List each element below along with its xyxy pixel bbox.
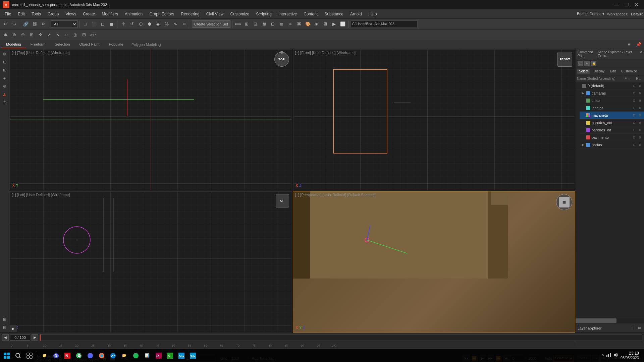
- viewport-perspective[interactable]: [+] [Perspective] [User Defined] [Defaul…: [293, 191, 576, 333]
- layer-hide-chao[interactable]: ⊠: [638, 98, 643, 103]
- sidebar-btn-1[interactable]: ⊕: [1, 50, 8, 58]
- menu-scripting[interactable]: Scripting: [253, 10, 275, 18]
- menu-interactive[interactable]: Interactive: [275, 10, 300, 18]
- taskbar-volume-icon[interactable]: [613, 352, 619, 359]
- show-desktop-button[interactable]: [641, 350, 643, 361]
- scale2-button[interactable]: ⬢: [145, 20, 153, 28]
- sub-btn-3[interactable]: ⊕: [19, 31, 27, 39]
- sub-btn-10[interactable]: ⊞: [80, 31, 88, 39]
- taskbar-discord[interactable]: D: [51, 350, 61, 361]
- menu-group[interactable]: Group: [44, 10, 62, 18]
- close-button[interactable]: ✕: [632, 0, 641, 9]
- menu-file[interactable]: File: [1, 10, 14, 18]
- taskbar-discord2[interactable]: [85, 350, 96, 361]
- layer-explorer-btn2[interactable]: ⊞: [637, 325, 642, 331]
- snap3d-button[interactable]: ⌗: [180, 20, 188, 28]
- layer-row-macaneta[interactable]: macaneta ⊡ ⊠: [580, 112, 644, 119]
- task-view-button[interactable]: [24, 350, 35, 361]
- align-button[interactable]: ⊞: [243, 20, 251, 28]
- align2-button[interactable]: ⊟: [252, 20, 260, 28]
- timeline-next-button[interactable]: ▶: [32, 334, 38, 341]
- create-selection-set-button[interactable]: Create Selection Set: [192, 20, 230, 28]
- layer-freeze-portas[interactable]: ⊡: [632, 142, 637, 147]
- taskbar-whatsapp[interactable]: 💬: [73, 350, 84, 361]
- rotate-button[interactable]: ↺: [128, 20, 136, 28]
- taskbar-firefox[interactable]: [96, 350, 107, 361]
- layer-row-camaras[interactable]: ▶ camaras ⊡ ⊠: [580, 89, 644, 97]
- sub-btn-xy[interactable]: XY✕: [89, 31, 99, 39]
- layer-freeze-paredes-ext[interactable]: ⊡: [632, 120, 637, 125]
- menu-tools[interactable]: Tools: [28, 10, 44, 18]
- menu-animation[interactable]: Animation: [121, 10, 146, 18]
- sidebar-btn-5[interactable]: ⊕: [1, 82, 8, 90]
- taskbar-3dsmax2[interactable]: 3ds: [187, 350, 198, 361]
- viewport-left-navcube[interactable]: UF: [276, 194, 289, 207]
- layer-row-pavimento[interactable]: pavimento ⊡ ⊠: [580, 134, 644, 141]
- panel-close-btn[interactable]: ✕: [639, 50, 642, 58]
- taskbar-spotify[interactable]: [130, 350, 141, 361]
- sidebar-btn-7[interactable]: ⟲: [1, 99, 8, 106]
- workspace-value[interactable]: Default: [631, 12, 643, 16]
- taskbar-network-icon[interactable]: [606, 352, 611, 359]
- scene-tab-select[interactable]: Select: [577, 69, 590, 74]
- layer-row-paredes-ext[interactable]: paredes_ext ⊡ ⊠: [580, 119, 644, 126]
- menu-civil-view[interactable]: Civil View: [203, 10, 227, 18]
- color-clipboard[interactable]: 🎨: [304, 20, 312, 28]
- render-prod[interactable]: ▶: [330, 20, 338, 28]
- taskbar-sketchup[interactable]: S: [165, 350, 175, 361]
- sidebar-btn-3[interactable]: ⊞: [1, 66, 8, 74]
- timeline-prev-button[interactable]: ◀: [2, 334, 9, 341]
- select-by-name-button[interactable]: ⬛: [90, 20, 98, 28]
- material-editor[interactable]: ◉: [313, 20, 321, 28]
- selection-filter-dropdown[interactable]: All Geometry Shapes: [51, 20, 77, 28]
- scene-tab-display[interactable]: Display: [592, 69, 607, 74]
- search-button[interactable]: [13, 350, 23, 361]
- expand-default[interactable]: [577, 84, 581, 88]
- taskbar-netflix[interactable]: N: [62, 350, 73, 361]
- layer-hide-camaras[interactable]: ⊠: [638, 91, 643, 96]
- mirror-button[interactable]: ⟺: [234, 20, 242, 28]
- menu-customize[interactable]: Customize: [227, 10, 253, 18]
- taskbar-folder[interactable]: 📂: [119, 350, 130, 361]
- sub-btn-6[interactable]: ↗: [45, 31, 53, 39]
- layer-explorer-btn1[interactable]: ☰: [630, 325, 635, 331]
- pin-button[interactable]: 📌: [635, 41, 643, 49]
- render-setup[interactable]: 🖥: [321, 20, 329, 28]
- scene-tab-customize[interactable]: Customize: [619, 69, 639, 74]
- window-controls[interactable]: — ☐ ✕: [612, 0, 641, 9]
- layer-freeze-macaneta[interactable]: ⊡: [632, 113, 637, 118]
- layer-manager[interactable]: ≡: [286, 20, 294, 28]
- rect-select-button[interactable]: ◻: [99, 20, 107, 28]
- expand-paredes-int[interactable]: [581, 128, 585, 132]
- menu-substance[interactable]: Substance: [321, 10, 347, 18]
- align3-button[interactable]: ⊠: [260, 20, 268, 28]
- undo-button[interactable]: ↩: [1, 20, 9, 28]
- sub-btn-7[interactable]: ↘: [54, 31, 62, 39]
- sub-btn-4[interactable]: ⊞: [28, 31, 36, 39]
- layer-freeze-janelas[interactable]: ⊡: [632, 106, 637, 110]
- panel-icon-3[interactable]: 🔒: [591, 61, 596, 66]
- tab-selection[interactable]: Selection: [50, 41, 74, 48]
- panel-icon-2[interactable]: ▼: [584, 61, 590, 66]
- layer-freeze-default[interactable]: ⊡: [632, 83, 637, 88]
- toggle-scene-exp[interactable]: ▦: [278, 20, 286, 28]
- schematic-view[interactable]: ⌘: [295, 20, 303, 28]
- menu-edit[interactable]: Edit: [14, 10, 28, 18]
- toolbar-options[interactable]: ≡: [625, 41, 633, 49]
- expand-pavimento[interactable]: [581, 135, 585, 139]
- viewport-top[interactable]: [+] [Top] [User Defined] [Wireframe] TOP…: [9, 49, 292, 190]
- layer-freeze-pavimento[interactable]: ⊡: [632, 135, 637, 140]
- taskbar-revit[interactable]: R: [153, 350, 164, 361]
- tab-object-paint[interactable]: Object Paint: [75, 41, 104, 48]
- expand-chao[interactable]: [581, 99, 585, 103]
- menu-content[interactable]: Content: [300, 10, 321, 18]
- viewport-top-navcube[interactable]: TOP: [274, 52, 289, 67]
- layer-hide-portas[interactable]: ⊠: [638, 142, 643, 147]
- align4-button[interactable]: ⊡: [269, 20, 277, 28]
- layer-hide-paredes-int[interactable]: ⊠: [638, 128, 643, 132]
- menu-create[interactable]: Create: [79, 10, 98, 18]
- expand-portas[interactable]: ▶: [581, 143, 585, 147]
- menu-modifiers[interactable]: Modifiers: [98, 10, 121, 18]
- sidebar-btn-2[interactable]: ⊡: [1, 58, 8, 66]
- menu-help[interactable]: Help: [365, 10, 380, 18]
